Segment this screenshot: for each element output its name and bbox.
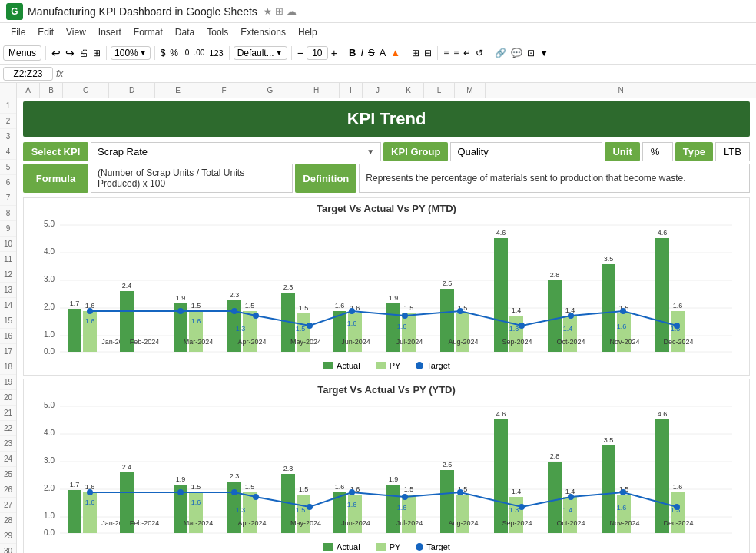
svg-text:1.4: 1.4: [512, 306, 522, 314]
link-button[interactable]: 🔗: [493, 46, 508, 60]
menus-button[interactable]: Menus: [3, 45, 41, 61]
svg-text:Oct-2024: Oct-2024: [556, 519, 585, 527]
strikethrough-button[interactable]: S: [366, 45, 376, 60]
row-num-6: 6: [0, 175, 16, 190]
align-v-button[interactable]: ≡: [452, 46, 460, 60]
menu-help[interactable]: Help: [293, 25, 322, 39]
menu-bar: File Edit View Insert Format Data Tools …: [0, 23, 756, 41]
menu-extensions[interactable]: Extensions: [236, 25, 290, 39]
formula-value: (Number of Scrap Units / Total Units Pro…: [91, 164, 293, 193]
svg-point-179: [457, 489, 463, 495]
cell-ref-input[interactable]: Z2:Z23: [3, 67, 53, 81]
svg-text:1.7: 1.7: [70, 300, 80, 307]
cloud-icon: ☁: [287, 5, 297, 17]
redo-button[interactable]: ↪: [64, 45, 76, 61]
row-num-16: 16: [0, 329, 16, 344]
row-num-21: 21: [0, 406, 16, 421]
font-size-display[interactable]: 10: [307, 46, 328, 60]
dollar-button[interactable]: $: [159, 46, 167, 60]
svg-text:Dec-2024: Dec-2024: [663, 519, 693, 527]
chart-ytd-legend: Actual PY Target: [30, 542, 743, 551]
row-num-1: 1: [0, 98, 16, 114]
svg-rect-12: [68, 309, 81, 352]
merge-button[interactable]: ⊟: [423, 46, 433, 60]
svg-point-175: [253, 494, 259, 500]
menu-file[interactable]: File: [6, 25, 30, 39]
svg-text:1.6: 1.6: [397, 323, 407, 330]
svg-text:Jun-2024: Jun-2024: [341, 519, 370, 527]
sheet-area: 1 2 3 4 5 6 7 8 9 10 11 12 13 14 15 16 1…: [0, 83, 756, 553]
menu-view[interactable]: View: [61, 25, 91, 39]
kpi-group-value: Quality: [450, 142, 602, 161]
menu-insert[interactable]: Insert: [94, 25, 126, 39]
inc-decimals-button[interactable]: .00: [192, 47, 206, 58]
formula-label: Formula: [23, 164, 88, 193]
comment-button[interactable]: 💬: [509, 46, 524, 60]
svg-point-174: [231, 489, 237, 495]
svg-text:2.4: 2.4: [122, 282, 132, 290]
zoom-select[interactable]: 100%▼: [111, 46, 151, 60]
type-value: LTB: [715, 142, 750, 161]
font-size-decrease-button[interactable]: −: [296, 45, 305, 61]
print-button[interactable]: 🖨: [78, 46, 90, 60]
dec-decimals-button[interactable]: .0: [181, 47, 191, 58]
menu-data[interactable]: Data: [171, 25, 199, 39]
row-num-2: 2: [0, 114, 16, 129]
svg-point-82: [231, 308, 237, 314]
svg-text:1.6: 1.6: [673, 302, 683, 310]
svg-text:0.0: 0.0: [44, 347, 55, 356]
italic-button[interactable]: I: [359, 45, 365, 60]
svg-text:2.0: 2.0: [44, 484, 55, 492]
svg-point-173: [177, 489, 184, 495]
percent-button[interactable]: %: [168, 46, 180, 60]
highlight-button[interactable]: ▲: [389, 45, 402, 60]
svg-text:1.4: 1.4: [563, 506, 573, 514]
svg-point-84: [307, 323, 313, 329]
legend-py: PY: [376, 361, 401, 370]
font-select[interactable]: Default...▼: [234, 46, 287, 60]
chart-button[interactable]: ⊡: [526, 46, 536, 60]
row-num-20: 20: [0, 390, 16, 406]
svg-text:1.9: 1.9: [389, 475, 399, 483]
star-icon[interactable]: ★: [264, 6, 272, 17]
svg-text:1.3: 1.3: [509, 506, 519, 514]
svg-point-86: [402, 313, 408, 319]
svg-point-176: [307, 504, 313, 510]
folder-icon[interactable]: ⊞: [275, 5, 284, 17]
undo-button[interactable]: ↩: [50, 45, 62, 61]
svg-text:Nov-2024: Nov-2024: [609, 338, 639, 346]
row-num-11: 11: [0, 252, 16, 267]
bold-button[interactable]: B: [347, 45, 357, 60]
svg-text:1.5: 1.5: [404, 304, 414, 312]
app-container: G Manufacturing KPI Dashboard in Google …: [0, 0, 756, 553]
filter-button[interactable]: ▼: [538, 46, 550, 60]
menu-edit[interactable]: Edit: [33, 25, 58, 39]
borders-button[interactable]: ⊞: [410, 46, 421, 60]
fx-label: fx: [56, 68, 63, 79]
svg-text:2.5: 2.5: [443, 280, 453, 287]
svg-rect-156: [563, 497, 577, 533]
rotate-button[interactable]: ↺: [474, 46, 485, 60]
row-num-22: 22: [0, 421, 16, 436]
menu-tools[interactable]: Tools: [202, 25, 233, 39]
number-format-button[interactable]: 123: [207, 47, 224, 59]
row-num-30: 30: [0, 544, 16, 553]
svg-text:1.5: 1.5: [191, 302, 201, 310]
svg-point-81: [177, 308, 184, 314]
svg-text:1.6: 1.6: [673, 483, 683, 491]
svg-text:2.3: 2.3: [230, 472, 240, 480]
select-kpi-dropdown[interactable]: Scrap Rate ▼: [91, 142, 381, 161]
svg-point-183: [674, 504, 680, 510]
legend-target: Target: [416, 361, 450, 370]
align-h-button[interactable]: ≡: [442, 46, 450, 60]
wrap-button[interactable]: ↵: [462, 46, 472, 60]
formula-input[interactable]: [66, 68, 753, 79]
text-color-button[interactable]: A: [378, 45, 388, 60]
font-size-increase-button[interactable]: +: [330, 45, 339, 61]
menu-format[interactable]: Format: [129, 25, 167, 39]
svg-text:3.5: 3.5: [604, 255, 614, 263]
format-paint-button[interactable]: ⊞: [91, 46, 102, 60]
svg-rect-139: [402, 495, 416, 533]
svg-text:2.3: 2.3: [284, 283, 293, 291]
svg-text:1.9: 1.9: [176, 294, 186, 302]
